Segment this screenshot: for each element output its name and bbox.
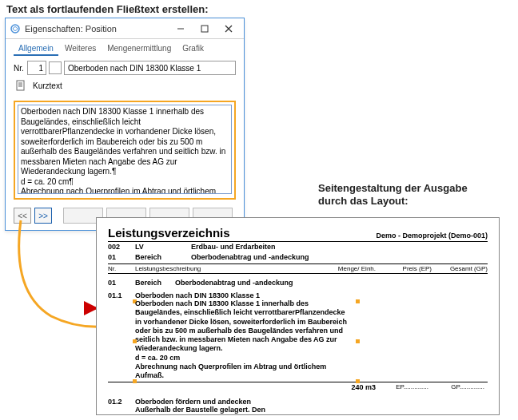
hdr-lbl2: Bereich	[135, 252, 191, 263]
caption-right-line2: durch das Layout:	[318, 195, 408, 207]
pos1-ep: EP..............	[376, 383, 432, 391]
position-row-2: 01.2 Oberboden fördern und andecken Auße…	[108, 396, 488, 414]
pos2-longtext: Außerhalb der Baustelle gelagert. Den	[135, 406, 351, 414]
tab-weiteres[interactable]: Weiteres	[60, 42, 101, 56]
svg-rect-5	[17, 81, 24, 90]
nr-checkbox[interactable]	[49, 61, 62, 74]
th-qty: Menge/ Einh.	[320, 265, 376, 272]
section-row: 01 Bereich Oberbodenabtrag und -andeckun…	[108, 274, 488, 290]
pos1-nr: 01.1	[108, 291, 135, 380]
app-icon	[9, 22, 22, 35]
titlebar: Eigenschaften: Position	[6, 18, 244, 39]
pos1-longtext: Oberboden nach DIN 18300 Klasse 1 innerh…	[135, 299, 351, 380]
label-kurztext: Kurztext	[33, 81, 62, 90]
position-row-1: 01.1 Oberboden nach DIN 18300 Klasse 1 O…	[108, 290, 488, 380]
pos1-title: Oberboden nach DIN 18300 Klasse 1	[135, 291, 488, 299]
svg-rect-2	[201, 26, 208, 32]
output-title: Leistungsverzeichnis	[108, 226, 376, 240]
hdr-num2: 01	[108, 252, 135, 263]
longtext-textarea[interactable]: Oberboden nach DIN 18300 Klasse 1 innerh…	[18, 105, 232, 194]
dialog-title: Eigenschaften: Position	[25, 24, 169, 34]
th-ep: Preis (EP)	[376, 265, 432, 272]
output-header-row2: 01 Bereich Oberbodenabtrag und -andeckun…	[108, 252, 488, 263]
output-document: Leistungsverzeichnis Demo - Demoprojekt …	[96, 217, 500, 415]
hdr-num1: 002	[108, 242, 135, 252]
output-header-row1: 002 LV Erdbau- und Erdarbeiten	[108, 242, 488, 252]
th-desc: Leistungsbeschreibung	[135, 265, 320, 272]
output-project: Demo - Demoprojekt (Demo-001)	[376, 232, 488, 240]
table-head: Nr. Leistungsbeschreibung Menge/ Einh. P…	[108, 263, 488, 274]
marker-dot	[133, 379, 137, 383]
row-kurztext: Kurztext	[6, 78, 244, 97]
sec-nr: 01	[108, 279, 135, 287]
pos1-qty: 240 m3	[320, 383, 376, 391]
pos2-body: Oberboden fördern und andecken Außerhalb…	[135, 398, 488, 414]
sec-lbl: Bereich	[135, 279, 175, 287]
tab-mengenermittlung[interactable]: Mengenermittlung	[102, 42, 176, 56]
pos2-title: Oberboden fördern und andecken	[135, 398, 488, 406]
caption-top: Text als fortlaufenden Fließtext erstell…	[6, 3, 209, 15]
kurztext-input[interactable]	[64, 61, 236, 75]
minimize-button[interactable]	[169, 20, 193, 38]
output-header: Leistungsverzeichnis Demo - Demoprojekt …	[108, 226, 488, 242]
tab-grafik[interactable]: Grafik	[177, 42, 209, 56]
marker-dot	[356, 299, 360, 303]
longtext-highlight: Oberboden nach DIN 18300 Klasse 1 innerh…	[14, 101, 236, 200]
properties-dialog: Eigenschaften: Position Allgemein Weiter…	[5, 18, 245, 231]
close-button[interactable]	[217, 20, 241, 38]
marker-dot	[356, 339, 360, 343]
sec-title: Oberbodenabtrag und -andeckung	[175, 279, 293, 287]
hdr-val1: Erdbau- und Erdarbeiten	[191, 242, 488, 252]
caption-right-line1: Seitengestaltung der Ausgabe	[318, 182, 468, 194]
label-nr: Nr.	[14, 64, 25, 73]
prev-button[interactable]: <<	[14, 208, 31, 224]
marker-dot	[356, 379, 360, 383]
marker-dot	[133, 339, 137, 343]
th-nr: Nr.	[108, 265, 135, 272]
nr-input[interactable]	[27, 61, 46, 75]
qty-row: 240 m3 EP.............. GP..............	[108, 382, 488, 391]
pos2-nr: 01.2	[108, 398, 135, 414]
document-icon[interactable]	[14, 78, 28, 93]
next-button[interactable]: >>	[34, 208, 52, 224]
pos1-gp: GP..............	[432, 383, 488, 391]
th-gp: Gesamt (GP)	[432, 265, 488, 272]
tab-allgemein[interactable]: Allgemein	[14, 42, 58, 56]
hdr-lbl1: LV	[135, 242, 191, 252]
pos1-body: Oberboden nach DIN 18300 Klasse 1 Oberbo…	[135, 291, 488, 380]
tabs: Allgemein Weiteres Mengenermittlung Graf…	[6, 39, 244, 56]
caption-right: Seitengestaltung der Ausgabe durch das L…	[318, 182, 468, 207]
row-nr: Nr.	[6, 56, 244, 78]
hdr-val2: Oberbodenabtrag und -andeckung	[191, 252, 488, 263]
maximize-button[interactable]	[193, 20, 217, 38]
